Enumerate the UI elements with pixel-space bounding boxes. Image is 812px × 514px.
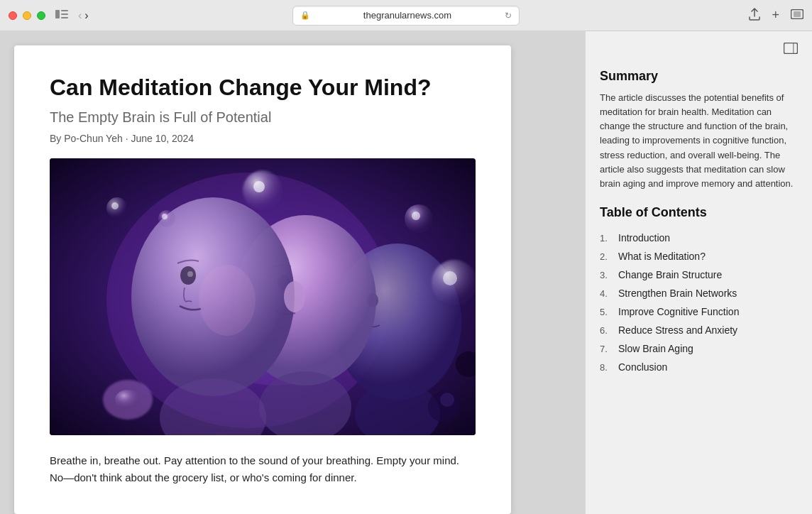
toc-label: Change Brain Structure [618, 269, 722, 280]
svg-point-33 [158, 210, 175, 227]
toc-item[interactable]: 1.Introduction [600, 229, 798, 247]
summary-heading: Summary [600, 69, 798, 84]
toc-number: 4. [600, 288, 613, 299]
titlebar-left-controls: ‹ › [9, 9, 89, 22]
refresh-icon[interactable]: ↻ [505, 11, 512, 21]
toc-label: What is Meditation? [618, 251, 706, 262]
toc-number: 6. [600, 325, 613, 336]
toc-label: Reduce Stress and Anxiety [618, 324, 737, 336]
article-subtitle: The Empty Brain is Full of Potential [50, 109, 476, 126]
forward-arrow[interactable]: › [84, 10, 88, 21]
toc-number: 8. [600, 362, 613, 373]
sidebar-toggle-icon[interactable] [55, 9, 68, 22]
svg-point-25 [443, 271, 457, 285]
sidebar-panel-icon[interactable] [784, 43, 798, 58]
toc-item[interactable]: 3.Change Brain Structure [600, 266, 798, 284]
panel-toggle [600, 43, 798, 58]
url-text: thegranularnews.com [314, 10, 500, 21]
toc-number: 7. [600, 344, 613, 354]
svg-rect-37 [793, 43, 794, 53]
article-title: Can Meditation Change Your Mind? [50, 74, 476, 101]
article-hero-image [50, 158, 476, 435]
svg-point-35 [199, 265, 256, 336]
toc-list: 1.Introduction2.What is Meditation?3.Cha… [600, 229, 798, 376]
article-inner: Can Meditation Change Your Mind? The Emp… [14, 45, 511, 508]
toc-label: Slow Brain Aging [618, 343, 693, 354]
titlebar: ‹ › 🔒 thegranularnews.com ↻ + [0, 0, 812, 31]
tab-overview-icon[interactable] [791, 9, 803, 22]
svg-rect-2 [61, 13, 68, 15]
share-icon[interactable] [749, 8, 760, 23]
article-area: Can Meditation Change Your Mind? The Emp… [0, 31, 585, 514]
svg-rect-0 [55, 10, 60, 18]
toc-label: Strengthen Brain Networks [618, 288, 737, 299]
toc-heading: Table of Contents [600, 205, 798, 220]
address-bar[interactable]: 🔒 thegranularnews.com ↻ [292, 6, 520, 26]
summary-text: The article discusses the potential bene… [600, 91, 798, 191]
toc-item[interactable]: 8.Conclusion [600, 358, 798, 376]
svg-rect-5 [794, 11, 801, 17]
new-tab-icon[interactable]: + [772, 8, 779, 23]
toc-label: Introduction [618, 232, 670, 244]
browser-content: Can Meditation Change Your Mind? The Emp… [0, 31, 812, 514]
toc-item[interactable]: 7.Slow Brain Aging [600, 339, 798, 358]
toc-item[interactable]: 5.Improve Cognitive Function [600, 302, 798, 321]
article-image-svg [50, 158, 476, 435]
toc-number: 1. [600, 233, 613, 244]
toc-number: 5. [600, 307, 613, 317]
traffic-lights [9, 11, 45, 20]
toc-number: 3. [600, 270, 613, 280]
close-button[interactable] [9, 11, 17, 20]
svg-point-34 [162, 214, 168, 219]
svg-rect-36 [784, 43, 798, 54]
svg-point-27 [111, 202, 119, 209]
article-byline: By Po-Chun Yeh · June 10, 2024 [50, 133, 476, 144]
toc-item[interactable]: 4.Strengthen Brain Networks [600, 284, 798, 302]
svg-point-19 [187, 271, 193, 277]
article-body: Breathe in, breathe out. Pay attention t… [50, 452, 476, 486]
lock-icon: 🔒 [300, 11, 310, 20]
minimize-button[interactable] [23, 11, 31, 20]
svg-point-23 [412, 212, 420, 220]
svg-point-29 [115, 390, 141, 410]
maximize-button[interactable] [37, 11, 45, 20]
toc-label: Improve Cognitive Function [618, 306, 739, 317]
svg-rect-3 [61, 17, 68, 18]
svg-point-21 [253, 181, 265, 192]
nav-arrows: ‹ › [78, 10, 89, 21]
titlebar-right-controls: + [749, 8, 803, 23]
toc-label: Conclusion [618, 361, 667, 373]
toc-item[interactable]: 2.What is Meditation? [600, 247, 798, 266]
svg-point-17 [284, 281, 305, 312]
article-frame: Can Meditation Change Your Mind? The Emp… [14, 45, 511, 514]
right-panel: Summary The article discusses the potent… [585, 31, 812, 514]
toc-number: 2. [600, 251, 613, 262]
toc-item[interactable]: 6.Reduce Stress and Anxiety [600, 321, 798, 339]
back-arrow[interactable]: ‹ [78, 10, 82, 21]
svg-point-31 [440, 393, 454, 407]
svg-rect-1 [61, 10, 68, 11]
